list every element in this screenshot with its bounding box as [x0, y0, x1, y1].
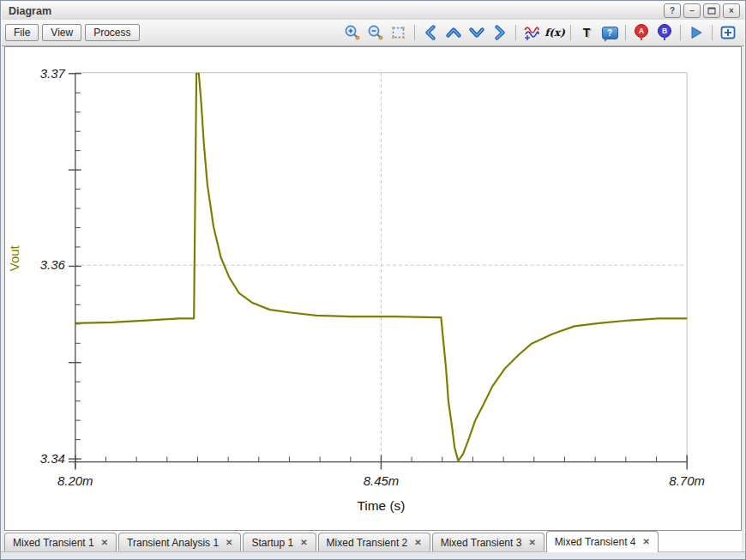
tab-mixed-transient-1[interactable]: Mixed Transient 1✕ [4, 533, 117, 552]
tab-label: Mixed Transient 2 [327, 537, 408, 549]
annotation-button[interactable]: ? [600, 23, 619, 42]
marker-b-button[interactable]: B [655, 23, 674, 42]
zoom-window-icon [390, 24, 407, 41]
chevron-down-icon [468, 24, 485, 41]
minimize-button[interactable]: – [683, 3, 701, 18]
zoom-in-button[interactable] [343, 23, 362, 42]
run-button[interactable] [687, 23, 706, 42]
waveform-plot[interactable]: 3.373.363.348.20m8.45m8.70mTime (s)Vout [5, 47, 741, 530]
y-tick-label: 3.36 [40, 257, 66, 272]
diagram-window: Diagram ? – × File View Process [0, 0, 746, 560]
text-button[interactable]: T [577, 23, 596, 42]
y-axis-title: Vout [7, 245, 21, 272]
tab-close-icon[interactable]: ✕ [414, 539, 421, 547]
text-icon: T [583, 26, 591, 39]
toolbar-separator [570, 25, 571, 40]
x-axis-title: Time (s) [357, 498, 405, 513]
marker-a-icon: A [635, 24, 648, 38]
toolbar-separator [625, 25, 626, 40]
zoom-window-button[interactable] [389, 23, 408, 42]
close-icon: × [729, 7, 734, 15]
status-strip [1, 551, 745, 559]
maximize-button[interactable] [703, 3, 720, 18]
minimize-icon: – [689, 7, 695, 15]
scroll-left-button[interactable] [421, 23, 440, 42]
scroll-down-button[interactable] [467, 23, 486, 42]
new-diagram-button[interactable] [719, 23, 737, 42]
tab-label: Mixed Transient 4 [555, 536, 636, 548]
close-button[interactable]: × [723, 3, 740, 18]
maximize-icon [707, 7, 716, 15]
tab-close-icon[interactable]: ✕ [642, 538, 649, 546]
chevron-left-icon [422, 24, 439, 41]
toolbar-separator [515, 25, 516, 40]
play-icon [688, 24, 705, 41]
toolbar-icons: f(x) T ? A B [343, 23, 737, 42]
window-controls: ? – × [664, 3, 740, 18]
toolbar-separator [414, 25, 415, 40]
menu-file[interactable]: File [5, 24, 39, 41]
tab-close-icon[interactable]: ✕ [226, 539, 232, 547]
title-bar: Diagram ? – × [2, 2, 744, 21]
zoom-out-button[interactable] [366, 23, 385, 42]
chevron-right-icon [491, 24, 508, 41]
toolbar: File View Process [2, 20, 744, 46]
annotation-icon: ? [602, 27, 618, 39]
window-title: Diagram [9, 5, 51, 17]
x-tick-label: 8.45m [364, 473, 400, 488]
add-box-icon [719, 24, 737, 41]
marker-a-button[interactable]: A [632, 23, 651, 42]
help-button[interactable]: ? [664, 3, 681, 18]
diagram-panel: 3.373.363.348.20m8.45m8.70mTime (s)Vout [4, 46, 742, 531]
tab-close-icon[interactable]: ✕ [300, 539, 307, 547]
formula-button[interactable]: f(x) [545, 23, 564, 42]
x-tick-label: 8.70m [669, 473, 705, 488]
tab-close-icon[interactable]: ✕ [528, 539, 535, 547]
menu-process[interactable]: Process [85, 24, 139, 41]
y-tick-label: 3.34 [40, 451, 65, 466]
marker-b-icon: B [658, 24, 671, 38]
tab-label: Mixed Transient 1 [13, 537, 94, 549]
toolbar-separator [680, 25, 681, 40]
tab-label: Transient Analysis 1 [127, 537, 219, 549]
scroll-up-button[interactable] [444, 23, 463, 42]
help-icon: ? [670, 7, 675, 15]
scroll-right-button[interactable] [490, 23, 509, 42]
tab-mixed-transient-4[interactable]: Mixed Transient 4✕ [546, 531, 659, 552]
tab-label: Mixed Transient 3 [441, 537, 522, 549]
chevron-up-icon [445, 24, 462, 41]
x-tick-label: 8.20m [57, 473, 93, 488]
y-tick-label: 3.37 [40, 66, 66, 81]
formula-icon: f(x) [544, 27, 565, 39]
tab-transient-analysis-1[interactable]: Transient Analysis 1✕ [118, 533, 241, 552]
curves-icon [523, 24, 540, 41]
tab-mixed-transient-3[interactable]: Mixed Transient 3✕ [432, 533, 544, 552]
tab-close-icon[interactable]: ✕ [101, 539, 108, 547]
analysis-tab-bar: Mixed Transient 1✕ Transient Analysis 1✕… [4, 531, 742, 552]
curves-button[interactable] [522, 23, 541, 42]
tab-label: Startup 1 [251, 537, 293, 549]
tab-mixed-transient-2[interactable]: Mixed Transient 2✕ [318, 533, 430, 552]
zoom-in-icon [344, 24, 361, 41]
zoom-out-icon [367, 24, 384, 41]
menu-view[interactable]: View [42, 24, 81, 41]
tab-startup-1[interactable]: Startup 1✕ [243, 533, 316, 552]
toolbar-separator [712, 25, 713, 40]
